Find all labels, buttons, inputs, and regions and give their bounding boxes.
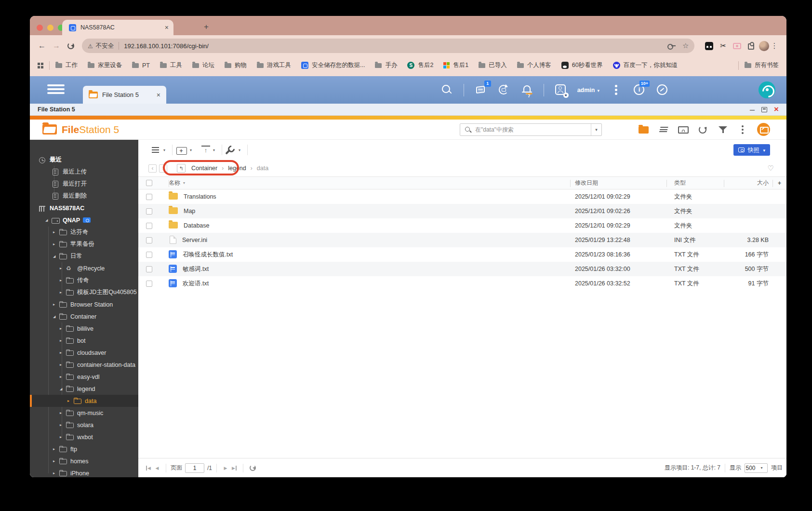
expand-arrow-icon[interactable] [53, 226, 59, 238]
file-row[interactable]: Database2025/12/01 09:02:29文件夹 [138, 218, 786, 233]
file-name[interactable]: 欢迎语.txt [183, 280, 209, 288]
bookmark-star-icon[interactable] [682, 41, 689, 50]
more-options-icon[interactable] [610, 83, 623, 96]
expand-arrow-icon[interactable] [60, 286, 66, 298]
bookmark-item[interactable]: 售后2 [407, 61, 433, 69]
extensions-puzzle-icon[interactable] [748, 43, 754, 50]
expand-arrow-icon[interactable] [60, 262, 66, 274]
close-traffic-light[interactable] [37, 25, 43, 31]
scissors-extension-icon[interactable] [720, 41, 726, 50]
user-account-icon[interactable] [554, 83, 567, 96]
bookmark-item[interactable]: 购物 [225, 61, 247, 69]
last-page-button[interactable] [230, 466, 239, 471]
browser-tab[interactable]: NAS5878AC [62, 20, 173, 35]
bookmark-item[interactable]: 家里设备 [88, 61, 122, 69]
snapshot-button[interactable]: 快照 [733, 144, 770, 156]
all-bookmarks-button[interactable]: 所有书签 [745, 61, 779, 69]
sidebar-item[interactable]: homes [30, 455, 138, 467]
expand-arrow-icon[interactable] [67, 395, 74, 407]
breadcrumb-item[interactable]: legend [228, 165, 246, 172]
extension-icon[interactable] [705, 42, 713, 50]
sidebar-item[interactable]: Browser Station [30, 298, 138, 310]
go-up-button[interactable] [177, 164, 186, 173]
sidebar-item[interactable]: easy-vdl [30, 371, 138, 383]
sidebar-item[interactable]: ftp [30, 443, 138, 455]
password-key-icon[interactable] [667, 43, 676, 48]
expand-arrow-icon[interactable] [60, 323, 66, 335]
url-text[interactable]: 192.168.100.101:7086/cgi-bin/ [124, 42, 667, 50]
sidebar-item[interactable]: iPhone [30, 467, 138, 477]
sidebar-item[interactable]: qm-music [30, 407, 138, 419]
view-mode-dropdown-icon[interactable] [160, 148, 168, 152]
file-name[interactable]: 敏感词.txt [183, 265, 209, 273]
expand-arrow-icon[interactable] [53, 455, 59, 467]
collapse-arrow-icon[interactable] [45, 214, 52, 226]
global-search-icon[interactable] [440, 83, 453, 96]
page-size-select[interactable]: 500 [745, 463, 768, 473]
app-tab-close-icon[interactable] [157, 91, 160, 99]
view-mode-icon[interactable] [151, 146, 160, 154]
bookmark-item[interactable]: 工作 [55, 61, 78, 69]
sidebar-item[interactable]: data [30, 395, 138, 407]
previous-page-button[interactable] [153, 466, 161, 471]
new-tab-button[interactable] [200, 20, 213, 34]
upload-dropdown-icon[interactable] [210, 148, 218, 152]
expand-arrow-icon[interactable] [60, 419, 66, 431]
expand-arrow-icon[interactable] [53, 298, 59, 310]
window-close-button[interactable] [774, 105, 779, 114]
row-checkbox[interactable] [146, 194, 152, 200]
more-settings-icon[interactable] [737, 124, 748, 135]
smart-file-station-icon[interactable] [757, 123, 770, 136]
profile-avatar[interactable] [759, 41, 769, 51]
next-page-button[interactable] [221, 466, 230, 471]
new-folder-dropdown-icon[interactable] [187, 148, 195, 152]
address-bar[interactable]: 不安全 192.168.100.101:7086/cgi-bin/ [82, 39, 694, 53]
column-header-name[interactable]: 名称 [169, 179, 570, 187]
first-page-button[interactable] [144, 466, 153, 471]
collapse-arrow-icon[interactable] [53, 250, 59, 262]
expand-arrow-icon[interactable] [60, 431, 66, 443]
sidebar-item[interactable]: bot [30, 335, 138, 347]
sidebar-item[interactable]: 日常 [30, 250, 138, 262]
page-number-input[interactable] [185, 463, 204, 473]
sidebar-item[interactable]: 传奇 [30, 274, 138, 286]
sidebar-item[interactable]: cloudsaver [30, 347, 138, 359]
expand-arrow-icon[interactable] [60, 371, 66, 383]
background-tasks-icon[interactable]: 1 [474, 83, 487, 96]
resource-monitor-icon[interactable] [656, 83, 669, 96]
column-header-type[interactable]: 类型 [666, 179, 724, 187]
row-checkbox[interactable] [146, 252, 152, 258]
sidebar-item[interactable]: NAS5878AC [30, 202, 138, 214]
navigate-forward-button[interactable] [159, 164, 167, 173]
row-checkbox[interactable] [146, 208, 152, 215]
column-header-modified[interactable]: 修改日期 [570, 179, 666, 187]
sidebar-item[interactable]: Container [30, 310, 138, 323]
select-all-checkbox[interactable] [146, 180, 152, 186]
sidebar-item[interactable]: container-station-data [30, 359, 138, 371]
sidebar-item[interactable]: 模板JD主图Qu405805 [30, 286, 138, 298]
row-checkbox[interactable] [146, 266, 152, 272]
expand-arrow-icon[interactable] [60, 347, 66, 359]
qnap-cloud-icon[interactable] [759, 81, 775, 98]
row-checkbox[interactable] [146, 237, 152, 243]
file-name[interactable]: Translations [184, 193, 216, 200]
apps-grid-icon[interactable] [38, 63, 43, 68]
sidebar-item[interactable]: 苹果备份 [30, 238, 138, 250]
sync-status-icon[interactable] [497, 83, 510, 96]
browser-menu-icon[interactable] [769, 41, 780, 50]
expand-arrow-icon[interactable] [60, 335, 66, 347]
file-row[interactable]: 欢迎语.txt2025/01/26 03:32:52TXT 文件91 字节 [138, 276, 786, 291]
sidebar-item[interactable]: bililive [30, 323, 138, 335]
bookmark-item[interactable]: 手办 [375, 61, 397, 69]
reload-button[interactable] [64, 39, 78, 53]
file-name[interactable]: Database [184, 222, 210, 229]
navigate-back-button[interactable] [148, 164, 157, 173]
tools-wrench-icon[interactable] [226, 146, 236, 154]
sidebar-item[interactable]: @Recycle [30, 262, 138, 274]
bookmark-item[interactable]: 已导入 [479, 61, 507, 69]
file-row[interactable]: Server.ini2025/01/29 13:22:48INI 文件3.28 … [138, 233, 786, 247]
window-maximize-button[interactable] [761, 107, 767, 112]
sidebar-item[interactable]: 最近打开 [30, 178, 138, 190]
bookmark-item[interactable]: 售后1 [443, 61, 468, 69]
notifications-bell-icon[interactable]: 7 [520, 83, 533, 96]
